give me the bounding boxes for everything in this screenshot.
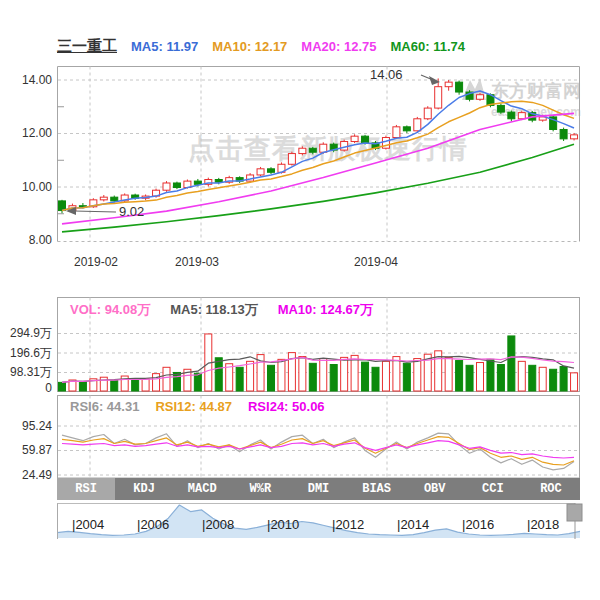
ma10-legend: MA10: 12.17 <box>212 39 287 54</box>
indicator-tab-bias[interactable]: BIAS <box>348 478 406 500</box>
volume-tick: 0 <box>0 380 52 396</box>
stock-name-link[interactable]: 三一重工 <box>57 37 117 56</box>
navigator-drag-handle[interactable] <box>567 504 582 521</box>
rsi-header: RSI6: 44.31 RSI12: 44.87 RSI24: 50.06 <box>70 399 325 414</box>
indicator-tab-dmi[interactable]: DMI <box>289 478 347 500</box>
period-low-annotation: 9.02 <box>119 204 144 219</box>
month-tick: 2019-04 <box>346 254 406 270</box>
ma20-legend: MA20: 12.75 <box>301 39 376 54</box>
chart-canvas[interactable] <box>0 0 600 600</box>
volume-header: VOL: 94.08万 MA5: 118.13万 MA10: 124.67万 <box>70 301 373 319</box>
rsi12-label: RSI12: 44.87 <box>155 399 232 414</box>
indicator-tab-macd[interactable]: MACD <box>173 478 231 500</box>
ma5-legend: MA5: 11.97 <box>131 39 198 54</box>
chart-header: 三一重工 MA5: 11.97 MA10: 12.17 MA20: 12.75 … <box>57 37 465 56</box>
month-tick: 2019-02 <box>66 254 126 270</box>
ma60-legend: MA60: 11.74 <box>391 39 465 54</box>
volume-tick: 98.31万 <box>0 364 52 380</box>
rsi-tick: 95.24 <box>0 418 52 434</box>
price-tick: 10.00 <box>0 179 52 195</box>
indicator-tab-kdj[interactable]: KDJ <box>115 478 173 500</box>
period-high-annotation: 14.06 <box>370 67 403 82</box>
price-tick: 12.00 <box>0 125 52 141</box>
indicator-tab-roc[interactable]: ROC <box>522 478 580 500</box>
month-tick: 2019-03 <box>167 254 227 270</box>
year-tick: |2006 <box>137 517 169 532</box>
year-tick: |2018 <box>527 517 559 532</box>
volume-tick: 294.9万 <box>0 325 52 341</box>
vol-ma5-label: MA5: 118.13万 <box>170 301 257 319</box>
rsi24-label: RSI24: 50.06 <box>248 399 325 414</box>
year-tick: |2008 <box>202 517 234 532</box>
rsi6-label: RSI6: 44.31 <box>70 399 139 414</box>
rsi-tick: 24.49 <box>0 467 52 483</box>
volume-tick: 196.6万 <box>0 345 52 361</box>
year-tick: |2010 <box>267 517 299 532</box>
rsi-tick: 59.87 <box>0 442 52 458</box>
stock-chart-page: 点击查看新版极速行情 东方财富网 eastmoney.com 三一重工 MA5:… <box>0 0 600 600</box>
indicator-tab-wr[interactable]: W%R <box>231 478 289 500</box>
vol-ma10-label: MA10: 124.67万 <box>278 301 373 319</box>
year-tick: |2012 <box>332 517 364 532</box>
price-tick: 14.00 <box>0 72 52 88</box>
indicator-tab-rsi[interactable]: RSI <box>57 478 115 500</box>
year-tick: |2014 <box>397 517 429 532</box>
price-tick: 8.00 <box>0 232 52 248</box>
indicator-tab-bar: RSIKDJMACDW%RDMIBIASOBVCCIROC <box>57 478 580 500</box>
indicator-tab-obv[interactable]: OBV <box>406 478 464 500</box>
vol-current-label: VOL: 94.08万 <box>70 301 150 319</box>
indicator-tab-cci[interactable]: CCI <box>464 478 522 500</box>
year-tick: |2004 <box>72 517 104 532</box>
year-tick: |2016 <box>462 517 494 532</box>
